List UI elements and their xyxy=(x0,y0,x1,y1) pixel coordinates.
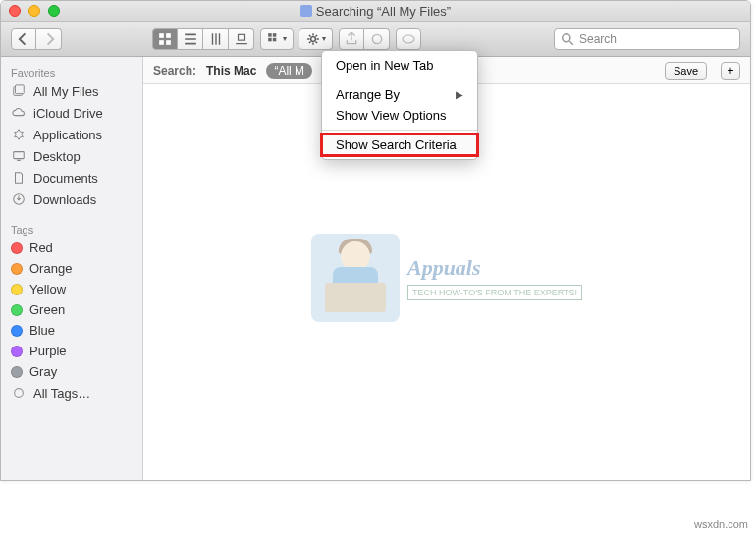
svg-point-17 xyxy=(15,389,24,398)
list-view-button[interactable] xyxy=(178,28,203,50)
sidebar-item-label: All My Files xyxy=(33,84,98,99)
sidebar-tag-red[interactable]: Red xyxy=(1,238,142,258)
smart-folder-icon xyxy=(300,5,312,17)
applications-icon xyxy=(11,127,27,142)
search-icon xyxy=(561,32,574,46)
sidebar-item-label: Applications xyxy=(33,128,102,142)
svg-point-10 xyxy=(372,34,381,43)
sidebar-tag-yellow[interactable]: Yellow xyxy=(1,279,142,299)
all-my-files-icon xyxy=(11,83,27,99)
svg-rect-8 xyxy=(273,37,277,41)
save-button-label: Save xyxy=(674,65,698,77)
svg-point-11 xyxy=(403,35,414,43)
share-icon xyxy=(345,32,358,46)
tags-button[interactable] xyxy=(364,28,390,50)
window-title: Searching “All My Files” xyxy=(1,4,750,19)
downloads-icon xyxy=(11,191,27,207)
menu-item-label: Show Search Criteria xyxy=(336,137,457,152)
sidebar-item-label: Documents xyxy=(33,171,98,186)
sidebar-item-all-my-files[interactable]: All My Files xyxy=(1,80,142,102)
share-buttons xyxy=(339,28,390,50)
sidebar-tag-blue[interactable]: Blue xyxy=(1,320,142,341)
list-icon xyxy=(184,32,197,46)
sidebar-item-label: Downloads xyxy=(33,192,96,207)
search-field[interactable]: Search xyxy=(554,28,740,50)
sidebar-item-applications[interactable]: Applications xyxy=(1,124,142,145)
scope-all-my-files[interactable]: “All M xyxy=(266,63,312,79)
menu-item-label: Show View Options xyxy=(336,108,447,123)
tag-dot-icon xyxy=(11,325,23,337)
menu-show-search-criteria[interactable]: Show Search Criteria xyxy=(322,134,477,155)
save-button[interactable]: Save xyxy=(665,62,707,80)
sidebar-item-label: Red xyxy=(29,240,53,255)
traffic-lights xyxy=(9,5,60,17)
tag-dot-icon xyxy=(11,346,23,357)
add-criteria-button[interactable]: + xyxy=(721,62,740,80)
tag-dot-icon xyxy=(11,284,23,295)
cloud-icon xyxy=(11,105,27,121)
sidebar-item-label: Gray xyxy=(29,364,57,379)
sidebar-item-documents[interactable]: Documents xyxy=(1,167,142,188)
sidebar-item-label: Purple xyxy=(29,344,67,358)
sidebar-item-desktop[interactable]: Desktop xyxy=(1,145,142,167)
menu-show-view-options[interactable]: Show View Options xyxy=(322,105,477,126)
sidebar-tag-gray[interactable]: Gray xyxy=(1,361,142,382)
view-buttons xyxy=(152,28,254,50)
sidebar-item-label: Desktop xyxy=(33,149,81,164)
desktop-icon xyxy=(11,148,27,164)
sidebar-item-label: Yellow xyxy=(29,282,66,296)
submenu-arrow-icon: ▶ xyxy=(456,89,463,100)
search-placeholder: Search xyxy=(579,32,617,46)
zoom-window-button[interactable] xyxy=(48,5,60,17)
menu-open-new-tab[interactable]: Open in New Tab xyxy=(322,55,477,76)
sidebar-tag-purple[interactable]: Purple xyxy=(1,341,142,361)
coverflow-view-button[interactable] xyxy=(229,28,254,50)
tag-dot-icon xyxy=(11,304,23,316)
quicklook-button[interactable] xyxy=(396,28,421,50)
minimize-window-button[interactable] xyxy=(28,5,40,17)
grid-icon xyxy=(158,32,172,46)
menu-item-label: Arrange By xyxy=(336,87,400,102)
sidebar-item-label: iCloud Drive xyxy=(33,106,103,121)
sidebar-item-downloads[interactable]: Downloads xyxy=(1,188,142,210)
gear-icon xyxy=(306,32,320,46)
credit-text: wsxdn.com xyxy=(694,518,748,530)
watermark-subtitle: TECH HOW-TO'S FROM THE EXPERTS! xyxy=(407,285,582,300)
sidebar-item-label: Blue xyxy=(29,323,55,338)
preview-divider xyxy=(567,84,567,481)
arrange-button[interactable]: ▾ xyxy=(260,28,294,50)
nav-buttons xyxy=(11,28,62,50)
sidebar-item-label: Orange xyxy=(29,261,72,276)
menu-arrange-by[interactable]: Arrange By▶ xyxy=(322,84,477,105)
chevron-right-icon xyxy=(42,32,56,46)
icon-view-button[interactable] xyxy=(152,28,178,50)
svg-rect-6 xyxy=(273,33,277,37)
menu-separator xyxy=(322,130,477,131)
svg-rect-4 xyxy=(238,34,244,40)
sidebar-item-label: Green xyxy=(29,302,65,317)
close-window-button[interactable] xyxy=(9,5,21,17)
tag-dot-icon xyxy=(11,366,23,378)
forward-button[interactable] xyxy=(36,28,62,50)
search-label: Search: xyxy=(153,64,196,78)
documents-icon xyxy=(11,170,27,186)
sidebar-tag-orange[interactable]: Orange xyxy=(1,258,142,279)
arrange-icon xyxy=(267,32,281,46)
back-button[interactable] xyxy=(11,28,36,50)
plus-icon: + xyxy=(727,64,733,78)
action-button[interactable]: ▾ xyxy=(299,28,333,50)
svg-rect-1 xyxy=(166,33,171,38)
svg-rect-7 xyxy=(268,37,272,41)
sidebar-item-icloud-drive[interactable]: iCloud Drive xyxy=(1,102,142,124)
sidebar-tag-green[interactable]: Green xyxy=(1,299,142,320)
scope-this-mac[interactable]: This Mac xyxy=(206,64,256,78)
svg-rect-15 xyxy=(14,152,25,159)
column-view-button[interactable] xyxy=(203,28,229,50)
window-title-text: Searching “All My Files” xyxy=(316,4,451,19)
svg-point-12 xyxy=(563,33,570,41)
titlebar: Searching “All My Files” xyxy=(1,1,750,22)
sidebar-all-tags[interactable]: All Tags… xyxy=(1,382,142,403)
svg-rect-14 xyxy=(16,85,25,94)
sidebar-item-label: All Tags… xyxy=(33,386,90,400)
share-button[interactable] xyxy=(339,28,364,50)
